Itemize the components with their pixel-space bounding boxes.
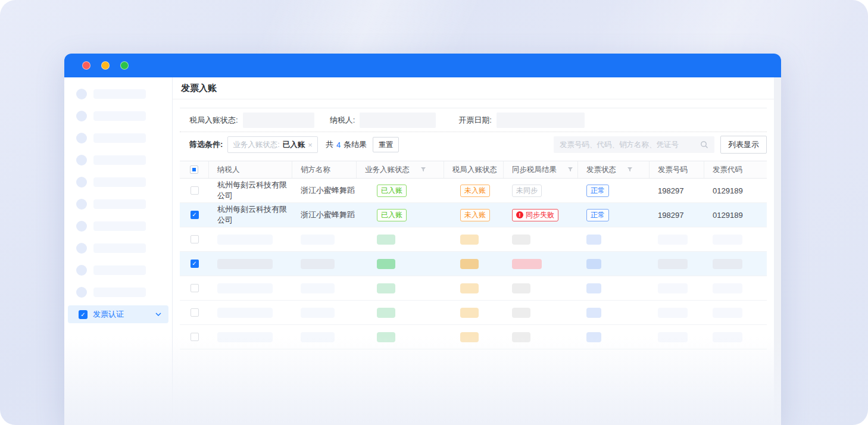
sidebar-item-skeleton[interactable] [64,281,172,303]
filter-tag-value: 已入账 [283,140,305,150]
sidebar-item-skeleton[interactable] [64,127,172,149]
table-row[interactable] [180,301,767,325]
filter-funnel-icon[interactable] [627,167,633,173]
sidebar-item-skeleton[interactable] [64,83,172,105]
skeleton-label [93,111,146,121]
skeleton-label [93,199,146,209]
sidebar-item-skeleton[interactable] [64,149,172,171]
row-checkbox[interactable] [191,260,199,268]
sidebar-item-skeleton[interactable] [64,237,172,259]
app-window: 发票认证 发票入账 税局入账状态: 纳税人: [64,54,781,425]
skeleton-block [217,332,273,342]
skeleton-block [217,235,273,245]
sidebar-item-skeleton[interactable] [64,215,172,237]
row-checkbox[interactable] [191,186,199,195]
column-header-invoice_status[interactable]: 发票状态 [578,161,650,178]
column-header-select[interactable] [180,161,209,178]
table-row[interactable]: 杭州每刻云科技有限公司浙江小蜜蜂舞蹈已入账未入账未同步正常19829701291… [180,179,767,203]
result-count: 4 [336,140,341,149]
row-checkbox[interactable] [191,211,199,219]
row-checkbox[interactable] [191,235,199,243]
skeleton-block [377,283,395,293]
sidebar-item-skeleton[interactable] [64,259,172,281]
vertical-scrollbar[interactable] [774,77,781,425]
cell-seller [292,301,357,324]
table-row[interactable] [180,227,767,252]
row-checkbox[interactable] [191,308,199,317]
cell-taxpayer [209,276,292,300]
chevron-down-icon[interactable] [155,312,161,316]
error-circle-icon [516,211,523,218]
search-input[interactable]: 发票号码、代码、销方名称、凭证号 [554,136,714,153]
skeleton-icon [76,111,87,121]
skeleton-block [301,283,335,293]
tag-close-icon[interactable]: × [308,140,313,149]
filter-tag[interactable]: 业务入账状态: 已入账 × [227,136,318,153]
sidebar-item-skeleton[interactable] [64,105,172,127]
cell-seller [292,227,357,251]
skeleton-block [658,235,688,245]
select-all-checkbox[interactable] [190,165,198,174]
skeleton-icon [76,265,87,276]
status-badge: 已入账 [377,209,407,221]
table-row[interactable]: 杭州每刻云科技有限公司浙江小蜜蜂舞蹈已入账未入账同步失败正常1982970129… [180,203,767,227]
filter-label-taxpayer: 纳税人: [330,115,355,126]
sidebar-item-skeleton[interactable] [64,193,172,215]
skeleton-block [512,283,530,293]
skeleton-block [658,308,688,318]
cell-tax_status: 未入账 [444,179,504,202]
skeleton-icon [76,199,87,210]
cell-invoice_status [578,276,650,300]
row-checkbox[interactable] [191,284,199,292]
cell-tax_status [444,252,504,276]
row-checkbox[interactable] [191,333,199,341]
filter-funnel-icon[interactable] [567,167,573,173]
skeleton-block [713,308,742,318]
maximize-window-icon[interactable] [120,61,129,70]
skeleton-block [217,259,273,269]
column-header-sync_result[interactable]: 同步税局结果 [504,161,578,178]
cell-seller [292,325,357,349]
minimize-window-icon[interactable] [101,61,110,70]
filter-funnel-icon[interactable] [420,167,426,173]
cell-tax_status [444,276,504,300]
cell-taxpayer [209,227,292,251]
search-icon[interactable] [700,140,708,149]
cell-sync_result: 未同步 [504,179,578,202]
filter-input-tax-entry-status[interactable] [243,112,314,128]
cell-sync_result: 同步失败 [504,203,578,227]
list-view-button[interactable]: 列表显示 [720,136,767,154]
sidebar: 发票认证 [64,77,173,425]
skeleton-block [460,259,479,269]
table-row[interactable] [180,325,767,349]
column-header-biz_status[interactable]: 业务入账状态 [357,161,444,178]
skeleton-block [512,235,530,245]
table-row[interactable] [180,276,767,301]
search-placeholder: 发票号码、代码、销方名称、凭证号 [560,140,700,150]
close-window-icon[interactable] [82,61,90,70]
cell-taxpayer: 杭州每刻云科技有限公司 [209,179,292,202]
filter-input-invoice-date[interactable] [497,112,585,128]
cell-taxpayer [209,301,292,324]
filter-input-taxpayer[interactable] [360,112,436,128]
cell-invoice_code [704,276,767,300]
cell-invoice_no: 198297 [650,179,704,202]
skeleton-block [301,332,335,342]
table-row[interactable] [180,252,767,276]
cell-text: 浙江小蜜蜂舞蹈 [301,185,355,196]
cell-select [180,203,209,227]
reset-button[interactable]: 重置 [373,137,399,152]
sidebar-item-skeleton[interactable] [64,171,172,193]
skeleton-block [217,283,273,293]
filter-conditions-label: 筛选条件: [189,139,223,150]
skeleton-block [586,283,601,293]
cell-sync_result [504,325,578,349]
cell-seller: 浙江小蜜蜂舞蹈 [292,203,357,227]
cell-invoice_status [578,227,650,251]
sidebar-item-invoice-auth[interactable]: 发票认证 [68,305,168,323]
skeleton-icon [76,155,87,165]
skeleton-label [93,243,146,253]
skeleton-block [377,259,395,269]
cell-invoice_code [704,325,767,349]
table-header: 纳税人销方名称业务入账状态税局入账状态同步税局结果发票状态发票号码发票代码 [180,161,767,179]
